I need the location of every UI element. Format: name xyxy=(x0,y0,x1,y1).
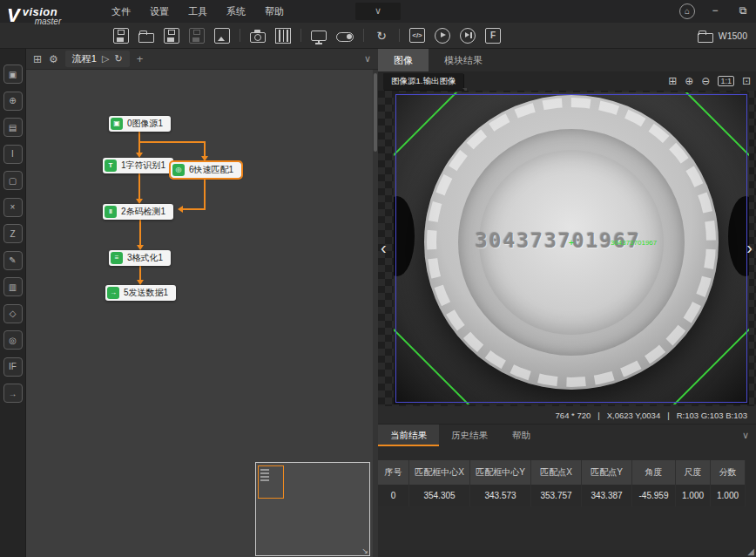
minimap-node xyxy=(260,479,269,481)
save-as-icon[interactable] xyxy=(164,28,179,44)
toggle-icon[interactable] xyxy=(336,32,354,42)
node-char-recognition[interactable]: T 1字符识别1 xyxy=(103,158,173,173)
run-once-icon[interactable] xyxy=(435,28,450,44)
minimap-arrow-icon: ↘ xyxy=(361,547,368,555)
menubar: 文件 设置 工具 系统 帮助 xyxy=(111,5,284,18)
flow-canvas[interactable]: ▣ 0图像源1 T 1字符识别1 ◎ 6快速匹配1 ‖ 2条码检测1 ≡ 3格式… xyxy=(26,70,378,557)
defect-detect-tool-icon[interactable]: × xyxy=(3,198,23,217)
image-processing-tool-icon[interactable]: ▤ xyxy=(3,118,23,137)
prev-image-icon[interactable]: ‹ xyxy=(381,239,387,256)
flow-panel: ⊞ ⚙ 流程1 ▷ ↻ + ∨ xyxy=(26,49,378,557)
window-resize-grip-icon[interactable]: ◢ xyxy=(747,547,754,556)
tab-module-result[interactable]: 模块结果 xyxy=(429,49,498,71)
f-module-icon[interactable]: F xyxy=(485,28,501,44)
status-separator: | xyxy=(597,411,599,420)
tab-image[interactable]: 图像 xyxy=(378,49,429,71)
save-icon[interactable] xyxy=(113,28,129,44)
camera-icon[interactable] xyxy=(250,32,266,43)
image-source-select[interactable]: 图像源1.输出图像 xyxy=(383,73,463,90)
tab-current-result[interactable]: 当前结果 xyxy=(378,425,439,446)
camera-source-tool-icon[interactable]: ▣ xyxy=(3,65,23,84)
global-refresh-icon[interactable]: ↻ xyxy=(374,28,389,44)
fit-icon[interactable]: ⊞ xyxy=(668,75,677,87)
hierarchy-icon[interactable]: ⊞ xyxy=(33,53,42,65)
minimap-node xyxy=(260,469,269,471)
run-flow-once-icon[interactable]: ▷ xyxy=(102,53,109,65)
node-barcode-detect[interactable]: ‖ 2条码检测1 xyxy=(103,204,173,220)
image-source-icon: ▣ xyxy=(111,118,123,130)
recognition-tool-icon[interactable]: Z xyxy=(3,224,23,243)
menu-help[interactable]: 帮助 xyxy=(265,5,284,18)
table-header-row: 序号 匹配框中心X 匹配框中心Y 匹配点X 匹配点Y 角度 尺度 分数 xyxy=(378,460,756,485)
frame-tool-icon[interactable]: ▢ xyxy=(3,171,23,190)
run-flow-loop-icon[interactable]: ↻ xyxy=(114,53,122,65)
result-collapse-icon[interactable]: ∨ xyxy=(742,425,756,446)
flow-scrollbar-thumb[interactable] xyxy=(374,73,377,152)
script-glyph: ✎ xyxy=(9,255,16,265)
deep-learning-glyph: ◎ xyxy=(9,336,17,345)
menu-system[interactable]: 系统 xyxy=(226,5,246,18)
actual-size-icon[interactable]: 1:1 xyxy=(718,76,734,86)
open-folder-icon[interactable] xyxy=(138,33,154,43)
edge-format-to-send xyxy=(139,266,141,280)
next-image-icon[interactable]: › xyxy=(746,239,753,256)
menu-settings[interactable]: 设置 xyxy=(150,5,169,18)
code-view-icon[interactable]: </> xyxy=(409,28,425,43)
zoom-out-icon[interactable]: ⊖ xyxy=(701,75,710,87)
minimap-viewport[interactable] xyxy=(258,465,284,499)
image-viewer[interactable]: 304373701967 304373701967 + ‹ › xyxy=(378,91,756,406)
node-image-source[interactable]: ▣ 0图像源1 xyxy=(109,116,171,132)
node-send-data[interactable]: → 5发送数据1 xyxy=(105,285,176,301)
node-label: 3格式化1 xyxy=(127,252,163,264)
flow-header-chevron-icon[interactable]: ∨ xyxy=(364,53,371,65)
minimap-node xyxy=(260,472,269,474)
if-branch-tool-icon[interactable]: IF xyxy=(3,357,23,377)
barcode-detect-icon: ‖ xyxy=(105,206,117,218)
display-icon[interactable] xyxy=(311,31,327,41)
add-flow-tab-icon[interactable]: + xyxy=(137,52,144,65)
save-all-icon[interactable] xyxy=(189,28,205,44)
fullscreen-icon[interactable]: ⊡ xyxy=(742,75,751,87)
send-data-icon: → xyxy=(107,287,119,299)
deep-learning-tool-icon[interactable]: ◎ xyxy=(3,330,23,350)
script-edit-tool-icon[interactable]: ✎ xyxy=(3,251,23,270)
titlebar-collapse-button[interactable]: ∨ xyxy=(355,3,401,20)
image-statusbar: 764 * 720 | X,0623 Y,0034 | R:103 G:103 … xyxy=(378,406,756,424)
snapshot-icon[interactable] xyxy=(214,28,230,44)
menu-tools[interactable]: 工具 xyxy=(188,5,207,18)
menu-file[interactable]: 文件 xyxy=(111,5,131,18)
measurement-tool-icon[interactable]: I xyxy=(3,145,23,164)
minimize-icon[interactable]: − xyxy=(707,3,723,19)
flow-tab[interactable]: 流程1 ▷ ↻ xyxy=(65,51,130,67)
table-row[interactable]: 0 354.305 343.573 353.757 343.387 -45.95… xyxy=(378,485,756,506)
tab-history-result[interactable]: 历史结果 xyxy=(439,425,500,446)
tab-help[interactable]: 帮助 xyxy=(500,425,543,446)
toolbar-separator xyxy=(300,29,301,42)
zoom-in-icon[interactable]: ⊕ xyxy=(685,75,693,87)
run-continuous-icon[interactable] xyxy=(460,28,476,44)
col-match-center-x: 匹配框中心X xyxy=(409,460,470,485)
image-processing-glyph: ▤ xyxy=(9,123,17,132)
home-icon[interactable]: ⌂ xyxy=(679,3,695,19)
format-icon: ≡ xyxy=(111,252,123,264)
restore-icon[interactable]: ⧉ xyxy=(735,3,751,19)
col-match-center-y: 匹配框中心Y xyxy=(470,460,531,485)
char-recognition-icon: T xyxy=(105,160,117,172)
col-match-point-y: 匹配点Y xyxy=(582,460,632,485)
logic-tool-icon[interactable]: ◇ xyxy=(3,304,23,323)
calibration-tool-icon[interactable]: ▥ xyxy=(3,277,23,296)
node-format[interactable]: ≡ 3格式化1 xyxy=(109,250,171,266)
col-score: 分数 xyxy=(711,460,746,485)
workspace-indicator[interactable]: W1500 xyxy=(698,23,747,49)
camera-source-glyph: ▣ xyxy=(9,70,17,79)
minimap[interactable]: ↘ xyxy=(255,462,370,556)
table-view-icon[interactable] xyxy=(275,28,291,44)
window-controls: ⌂ − ⧉ xyxy=(679,0,751,23)
cell-index: 0 xyxy=(378,485,409,506)
cell-match-center-y: 343.573 xyxy=(470,485,531,506)
wrench-icon[interactable]: ⚙ xyxy=(49,53,58,65)
position-tool-icon[interactable]: ⊕ xyxy=(3,92,23,111)
node-fast-match[interactable]: ◎ 6快速匹配1 xyxy=(171,162,241,178)
node-label: 1字符识别1 xyxy=(121,160,165,172)
communication-tool-icon[interactable]: → xyxy=(3,384,23,403)
